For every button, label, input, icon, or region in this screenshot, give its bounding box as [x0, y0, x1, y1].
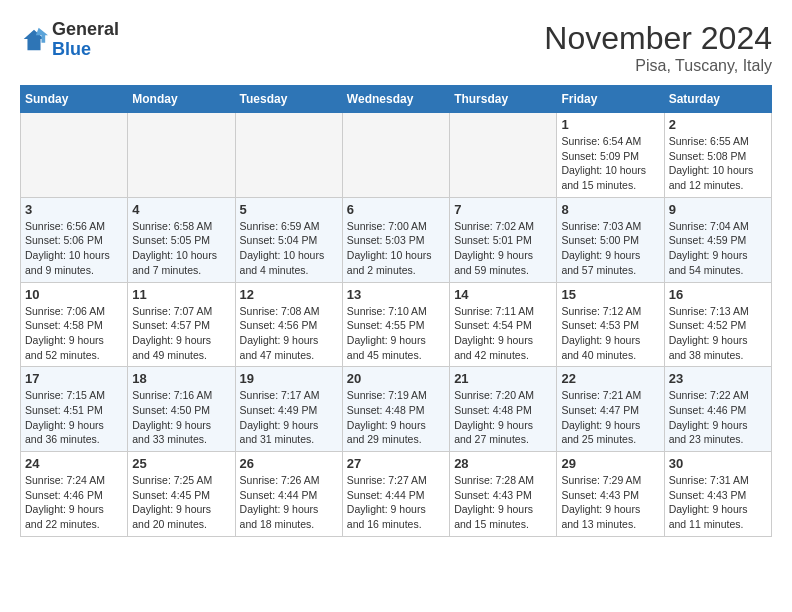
- day-info: Sunrise: 7:03 AM Sunset: 5:00 PM Dayligh…: [561, 219, 659, 278]
- calendar-cell: 6Sunrise: 7:00 AM Sunset: 5:03 PM Daylig…: [342, 197, 449, 282]
- day-number: 22: [561, 371, 659, 386]
- day-info: Sunrise: 7:00 AM Sunset: 5:03 PM Dayligh…: [347, 219, 445, 278]
- day-of-week-header: Wednesday: [342, 86, 449, 113]
- day-info: Sunrise: 7:31 AM Sunset: 4:43 PM Dayligh…: [669, 473, 767, 532]
- day-of-week-header: Saturday: [664, 86, 771, 113]
- day-number: 25: [132, 456, 230, 471]
- day-number: 26: [240, 456, 338, 471]
- calendar-week-row: 17Sunrise: 7:15 AM Sunset: 4:51 PM Dayli…: [21, 367, 772, 452]
- day-info: Sunrise: 7:21 AM Sunset: 4:47 PM Dayligh…: [561, 388, 659, 447]
- calendar-week-row: 10Sunrise: 7:06 AM Sunset: 4:58 PM Dayli…: [21, 282, 772, 367]
- day-info: Sunrise: 6:56 AM Sunset: 5:06 PM Dayligh…: [25, 219, 123, 278]
- day-number: 9: [669, 202, 767, 217]
- calendar-cell: 5Sunrise: 6:59 AM Sunset: 5:04 PM Daylig…: [235, 197, 342, 282]
- day-of-week-header: Monday: [128, 86, 235, 113]
- logo: General Blue: [20, 20, 119, 60]
- day-info: Sunrise: 7:22 AM Sunset: 4:46 PM Dayligh…: [669, 388, 767, 447]
- month-title: November 2024: [544, 20, 772, 57]
- calendar-cell: 29Sunrise: 7:29 AM Sunset: 4:43 PM Dayli…: [557, 452, 664, 537]
- day-number: 16: [669, 287, 767, 302]
- day-number: 2: [669, 117, 767, 132]
- calendar-cell: 17Sunrise: 7:15 AM Sunset: 4:51 PM Dayli…: [21, 367, 128, 452]
- page-header: General Blue November 2024 Pisa, Tuscany…: [20, 20, 772, 75]
- day-number: 20: [347, 371, 445, 386]
- day-number: 12: [240, 287, 338, 302]
- day-info: Sunrise: 6:58 AM Sunset: 5:05 PM Dayligh…: [132, 219, 230, 278]
- day-number: 28: [454, 456, 552, 471]
- logo-general-text: General: [52, 19, 119, 39]
- calendar-week-row: 24Sunrise: 7:24 AM Sunset: 4:46 PM Dayli…: [21, 452, 772, 537]
- day-info: Sunrise: 7:27 AM Sunset: 4:44 PM Dayligh…: [347, 473, 445, 532]
- calendar-table: SundayMondayTuesdayWednesdayThursdayFrid…: [20, 85, 772, 537]
- day-info: Sunrise: 6:54 AM Sunset: 5:09 PM Dayligh…: [561, 134, 659, 193]
- day-number: 6: [347, 202, 445, 217]
- day-info: Sunrise: 7:11 AM Sunset: 4:54 PM Dayligh…: [454, 304, 552, 363]
- day-number: 7: [454, 202, 552, 217]
- day-info: Sunrise: 6:59 AM Sunset: 5:04 PM Dayligh…: [240, 219, 338, 278]
- calendar-cell: 13Sunrise: 7:10 AM Sunset: 4:55 PM Dayli…: [342, 282, 449, 367]
- day-info: Sunrise: 7:24 AM Sunset: 4:46 PM Dayligh…: [25, 473, 123, 532]
- day-number: 1: [561, 117, 659, 132]
- calendar-cell: [21, 113, 128, 198]
- day-number: 5: [240, 202, 338, 217]
- day-number: 30: [669, 456, 767, 471]
- day-info: Sunrise: 7:10 AM Sunset: 4:55 PM Dayligh…: [347, 304, 445, 363]
- calendar-cell: 24Sunrise: 7:24 AM Sunset: 4:46 PM Dayli…: [21, 452, 128, 537]
- calendar-cell: 12Sunrise: 7:08 AM Sunset: 4:56 PM Dayli…: [235, 282, 342, 367]
- day-info: Sunrise: 7:12 AM Sunset: 4:53 PM Dayligh…: [561, 304, 659, 363]
- calendar-week-row: 1Sunrise: 6:54 AM Sunset: 5:09 PM Daylig…: [21, 113, 772, 198]
- location-title: Pisa, Tuscany, Italy: [544, 57, 772, 75]
- day-number: 21: [454, 371, 552, 386]
- day-info: Sunrise: 7:20 AM Sunset: 4:48 PM Dayligh…: [454, 388, 552, 447]
- day-number: 18: [132, 371, 230, 386]
- logo-icon: [20, 26, 48, 54]
- calendar-cell: 14Sunrise: 7:11 AM Sunset: 4:54 PM Dayli…: [450, 282, 557, 367]
- day-number: 15: [561, 287, 659, 302]
- calendar-cell: 4Sunrise: 6:58 AM Sunset: 5:05 PM Daylig…: [128, 197, 235, 282]
- calendar-cell: [450, 113, 557, 198]
- calendar-cell: 21Sunrise: 7:20 AM Sunset: 4:48 PM Dayli…: [450, 367, 557, 452]
- day-info: Sunrise: 7:07 AM Sunset: 4:57 PM Dayligh…: [132, 304, 230, 363]
- calendar-week-row: 3Sunrise: 6:56 AM Sunset: 5:06 PM Daylig…: [21, 197, 772, 282]
- calendar-cell: 2Sunrise: 6:55 AM Sunset: 5:08 PM Daylig…: [664, 113, 771, 198]
- day-info: Sunrise: 7:04 AM Sunset: 4:59 PM Dayligh…: [669, 219, 767, 278]
- calendar-cell: 20Sunrise: 7:19 AM Sunset: 4:48 PM Dayli…: [342, 367, 449, 452]
- day-number: 14: [454, 287, 552, 302]
- day-info: Sunrise: 7:29 AM Sunset: 4:43 PM Dayligh…: [561, 473, 659, 532]
- calendar-cell: 23Sunrise: 7:22 AM Sunset: 4:46 PM Dayli…: [664, 367, 771, 452]
- calendar-cell: 1Sunrise: 6:54 AM Sunset: 5:09 PM Daylig…: [557, 113, 664, 198]
- calendar-cell: [128, 113, 235, 198]
- day-number: 8: [561, 202, 659, 217]
- day-info: Sunrise: 7:16 AM Sunset: 4:50 PM Dayligh…: [132, 388, 230, 447]
- calendar-cell: 18Sunrise: 7:16 AM Sunset: 4:50 PM Dayli…: [128, 367, 235, 452]
- day-number: 10: [25, 287, 123, 302]
- calendar-cell: 11Sunrise: 7:07 AM Sunset: 4:57 PM Dayli…: [128, 282, 235, 367]
- day-info: Sunrise: 6:55 AM Sunset: 5:08 PM Dayligh…: [669, 134, 767, 193]
- calendar-cell: 15Sunrise: 7:12 AM Sunset: 4:53 PM Dayli…: [557, 282, 664, 367]
- day-number: 11: [132, 287, 230, 302]
- day-number: 4: [132, 202, 230, 217]
- calendar-cell: [342, 113, 449, 198]
- calendar-cell: 25Sunrise: 7:25 AM Sunset: 4:45 PM Dayli…: [128, 452, 235, 537]
- day-info: Sunrise: 7:02 AM Sunset: 5:01 PM Dayligh…: [454, 219, 552, 278]
- day-info: Sunrise: 7:06 AM Sunset: 4:58 PM Dayligh…: [25, 304, 123, 363]
- day-info: Sunrise: 7:28 AM Sunset: 4:43 PM Dayligh…: [454, 473, 552, 532]
- calendar-cell: 10Sunrise: 7:06 AM Sunset: 4:58 PM Dayli…: [21, 282, 128, 367]
- title-section: November 2024 Pisa, Tuscany, Italy: [544, 20, 772, 75]
- calendar-cell: 19Sunrise: 7:17 AM Sunset: 4:49 PM Dayli…: [235, 367, 342, 452]
- calendar-cell: 27Sunrise: 7:27 AM Sunset: 4:44 PM Dayli…: [342, 452, 449, 537]
- day-info: Sunrise: 7:26 AM Sunset: 4:44 PM Dayligh…: [240, 473, 338, 532]
- day-info: Sunrise: 7:15 AM Sunset: 4:51 PM Dayligh…: [25, 388, 123, 447]
- logo-blue-text: Blue: [52, 39, 91, 59]
- calendar-cell: 16Sunrise: 7:13 AM Sunset: 4:52 PM Dayli…: [664, 282, 771, 367]
- day-of-week-header: Tuesday: [235, 86, 342, 113]
- calendar-header-row: SundayMondayTuesdayWednesdayThursdayFrid…: [21, 86, 772, 113]
- day-number: 19: [240, 371, 338, 386]
- day-number: 23: [669, 371, 767, 386]
- day-number: 29: [561, 456, 659, 471]
- calendar-cell: 8Sunrise: 7:03 AM Sunset: 5:00 PM Daylig…: [557, 197, 664, 282]
- day-info: Sunrise: 7:08 AM Sunset: 4:56 PM Dayligh…: [240, 304, 338, 363]
- calendar-cell: 9Sunrise: 7:04 AM Sunset: 4:59 PM Daylig…: [664, 197, 771, 282]
- day-info: Sunrise: 7:19 AM Sunset: 4:48 PM Dayligh…: [347, 388, 445, 447]
- day-number: 27: [347, 456, 445, 471]
